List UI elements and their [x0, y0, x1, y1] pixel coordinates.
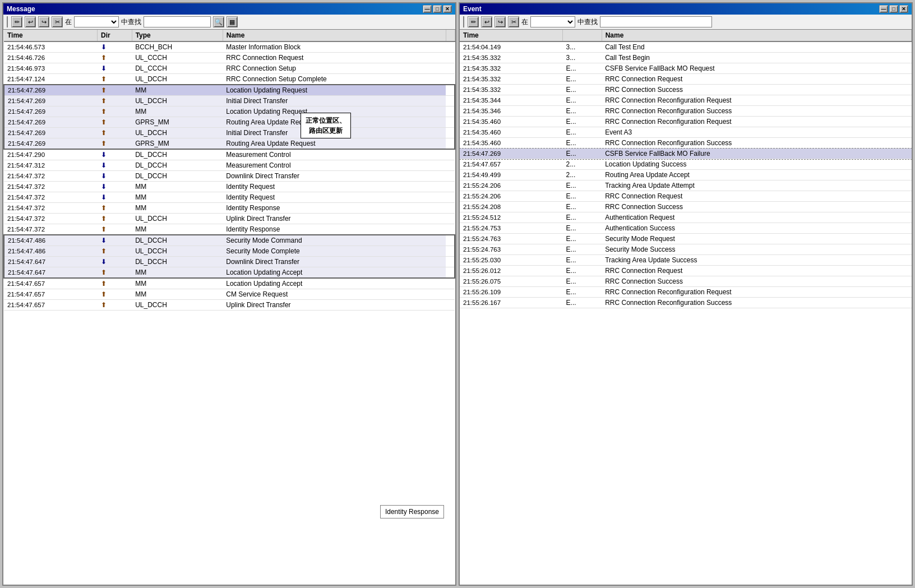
message-table-row[interactable]: 21:54:47.269 ⬆ MM Location Updating Requ… — [4, 107, 455, 117]
event-table-row[interactable]: 21:55:24.763 E... Security Mode Success — [460, 244, 912, 255]
event-table-row[interactable]: 21:54:49.499 2... Routing Area Update Ac… — [460, 170, 912, 180]
evt-time: 21:55:26.167 — [460, 298, 563, 308]
event-table-row[interactable]: 21:54:35.332 3... Call Test Begin — [460, 53, 912, 63]
event-table-row[interactable]: 21:54:35.332 E... CSFB Service FallBack … — [460, 63, 912, 74]
message-table-row[interactable]: 21:54:47.372 ⬇ MM Identity Request — [4, 182, 455, 192]
evt-dir: E... — [563, 255, 602, 266]
event-table-row[interactable]: 21:54:35.346 E... RRC Connection Reconfi… — [460, 106, 912, 117]
message-maximize-btn[interactable]: □ — [433, 5, 442, 13]
event-maximize-btn[interactable]: □ — [889, 5, 898, 13]
event-toolbar-btn-4[interactable]: ✂ — [508, 16, 519, 27]
message-table-row[interactable]: 21:54:47.124 ⬆ UL_DCCH RRC Connection Se… — [4, 74, 455, 85]
toolbar-find-select[interactable] — [74, 16, 119, 27]
msg-time: 21:54:47.372 — [4, 192, 98, 203]
toolbar-btn-3[interactable]: ↪ — [38, 16, 49, 27]
message-close-btn[interactable]: ✕ — [443, 5, 452, 13]
message-table-row[interactable]: 21:54:47.486 ⬇ DL_DCCH Security Mode Com… — [4, 235, 455, 246]
msg-dir: ⬆ — [98, 289, 132, 300]
message-table-row[interactable]: 21:54:47.372 ⬇ MM Identity Request — [4, 192, 455, 203]
msg-dir: ⬇ — [98, 192, 132, 203]
message-table-row[interactable]: 21:54:47.290 ⬇ DL_DCCH Measurement Contr… — [4, 149, 455, 160]
event-table-row[interactable]: 21:54:47.269 E... CSFB Service FallBack … — [460, 149, 912, 159]
event-toolbar-btn-3[interactable]: ↪ — [495, 16, 506, 27]
msg-dir: ⬇ — [98, 257, 132, 267]
message-table-body: 21:54:46.573 ⬇ BCCH_BCH Master Informati… — [4, 41, 455, 311]
evt-time: 21:55:24.763 — [460, 244, 563, 255]
evt-time: 21:55:24.763 — [460, 234, 563, 244]
message-table-row[interactable]: 21:54:47.657 ⬆ UL_DCCH Uplink Direct Tra… — [4, 300, 455, 311]
toolbar-btn-1[interactable]: ✏ — [11, 16, 22, 27]
event-table-row[interactable]: 21:55:24.763 E... Security Mode Request — [460, 234, 912, 244]
evt-time: 21:54:47.657 — [460, 159, 563, 170]
event-table-row[interactable]: 21:54:35.460 E... RRC Connection Reconfi… — [460, 138, 912, 149]
message-table-row[interactable]: 21:54:47.647 ⬆ MM Location Updating Acce… — [4, 267, 455, 279]
toolbar-btn-4[interactable]: ✂ — [52, 16, 63, 27]
msg-type: UL_DCCH — [132, 96, 223, 107]
toolbar-grid-btn[interactable]: ▦ — [227, 16, 238, 27]
event-table-row[interactable]: 21:55:26.109 E... RRC Connection Reconfi… — [460, 287, 912, 298]
toolbar-btn-2[interactable]: ↩ — [25, 16, 36, 27]
event-table-row[interactable]: 21:54:35.460 E... RRC Connection Reconfi… — [460, 117, 912, 127]
message-table-row[interactable]: 21:54:47.372 ⬆ UL_DCCH Uplink Direct Tra… — [4, 214, 455, 224]
evt-time: 21:55:25.030 — [460, 255, 563, 266]
event-close-btn[interactable]: ✕ — [899, 5, 908, 13]
message-table-row[interactable]: 21:54:47.372 ⬆ MM Identity Response — [4, 203, 455, 214]
event-table-row[interactable]: 21:55:24.206 E... Tracking Area Update A… — [460, 180, 912, 191]
msg-time: 21:54:47.269 — [4, 85, 98, 96]
message-table-row[interactable]: 21:54:47.269 ⬆ GPRS_MM Routing Area Upda… — [4, 117, 455, 128]
message-table-row[interactable]: 21:54:46.726 ⬆ UL_CCCH RRC Connection Re… — [4, 53, 455, 63]
event-table-row[interactable]: 21:54:47.657 2... Location Updating Succ… — [460, 159, 912, 170]
event-toolbar-find-select[interactable] — [530, 16, 575, 27]
event-table-row[interactable]: 21:55:24.206 E... RRC Connection Request — [460, 191, 912, 202]
event-table-row[interactable]: 21:54:35.344 E... RRC Connection Reconfi… — [460, 95, 912, 106]
message-table-row[interactable]: 21:54:47.657 ⬆ MM CM Service Request — [4, 289, 455, 300]
event-toolbar-sep — [463, 16, 464, 27]
message-table-row[interactable]: 21:54:47.372 ⬇ DL_DCCH Downlink Direct T… — [4, 171, 455, 182]
msg-time: 21:54:47.290 — [4, 149, 98, 160]
msg-name: Identity Response — [223, 224, 446, 235]
event-table-row[interactable]: 21:54:35.332 E... RRC Connection Success — [460, 85, 912, 95]
event-toolbar-btn-1[interactable]: ✏ — [468, 16, 479, 27]
message-table-row[interactable]: 21:54:47.269 ⬆ UL_DCCH Initial Direct Tr… — [4, 96, 455, 107]
event-col-dir — [563, 30, 602, 41]
msg-dir: ⬆ — [98, 128, 132, 138]
message-table-row[interactable]: 21:54:47.372 ⬆ MM Identity Response — [4, 224, 455, 235]
event-minimize-btn[interactable]: — — [879, 5, 888, 13]
event-table-row[interactable]: 21:55:26.167 E... RRC Connection Reconfi… — [460, 298, 912, 308]
message-table-row[interactable]: 21:54:47.269 ⬆ MM Location Updating Requ… — [4, 85, 455, 96]
evt-dir: E... — [563, 106, 602, 117]
event-table-row[interactable]: 21:54:35.460 E... Event A3 — [460, 127, 912, 138]
event-table-container[interactable]: Time Name 21:54:04.149 3... Call Test En… — [460, 30, 912, 585]
msg-time: 21:54:46.726 — [4, 53, 98, 63]
message-table-row[interactable]: 21:54:47.647 ⬇ DL_DCCH Downlink Direct T… — [4, 257, 455, 267]
message-table-row[interactable]: 21:54:46.973 ⬇ DL_CCCH RRC Connection Se… — [4, 63, 455, 74]
message-table-row[interactable]: 21:54:47.312 ⬇ DL_DCCH Measurement Contr… — [4, 160, 455, 171]
msg-dir: ⬆ — [98, 224, 132, 235]
message-table-row[interactable]: 21:54:46.573 ⬇ BCCH_BCH Master Informati… — [4, 41, 455, 53]
evt-time: 21:54:35.332 — [460, 53, 563, 63]
message-table-row[interactable]: 21:54:47.657 ⬆ MM Location Updating Acce… — [4, 278, 455, 289]
event-table-row[interactable]: 21:55:24.208 E... RRC Connection Success — [460, 202, 912, 212]
msg-time: 21:54:47.269 — [4, 107, 98, 117]
toolbar-search-btn[interactable]: 🔍 — [213, 16, 224, 27]
message-table-container[interactable]: 正常位置区、 路由区更新 Identity Response Time Dir … — [3, 30, 455, 585]
message-minimize-btn[interactable]: — — [423, 5, 432, 13]
message-table-row[interactable]: 21:54:47.486 ⬆ UL_DCCH Security Mode Com… — [4, 246, 455, 257]
evt-name: Security Mode Success — [602, 244, 911, 255]
event-table: Time Name 21:54:04.149 3... Call Test En… — [460, 30, 912, 308]
event-table-row[interactable]: 21:55:24.753 E... Authentication Success — [460, 223, 912, 234]
event-toolbar-btn-2[interactable]: ↩ — [481, 16, 492, 27]
event-toolbar-search-input[interactable] — [600, 16, 712, 27]
event-table-row[interactable]: 21:55:26.012 E... RRC Connection Request — [460, 266, 912, 276]
event-table-row[interactable]: 21:54:04.149 3... Call Test End — [460, 41, 912, 53]
event-table-row[interactable]: 21:55:25.030 E... Tracking Area Update S… — [460, 255, 912, 266]
event-table-row[interactable]: 21:55:24.512 E... Authentication Request — [460, 212, 912, 223]
msg-type: MM — [132, 85, 223, 96]
msg-time: 21:54:47.269 — [4, 138, 98, 150]
event-table-row[interactable]: 21:55:26.075 E... RRC Connection Success — [460, 276, 912, 287]
message-table-row[interactable]: 21:54:47.269 ⬆ GPRS_MM Routing Area Upda… — [4, 138, 455, 150]
evt-time: 21:55:24.208 — [460, 202, 563, 212]
message-table-row[interactable]: 21:54:47.269 ⬆ UL_DCCH Initial Direct Tr… — [4, 128, 455, 138]
toolbar-search-input[interactable] — [144, 16, 211, 27]
event-table-row[interactable]: 21:54:35.332 E... RRC Connection Request — [460, 74, 912, 85]
